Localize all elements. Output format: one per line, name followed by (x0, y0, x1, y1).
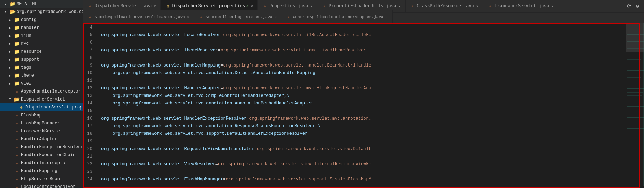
sidebar-item-support[interactable]: 📁 support (0, 56, 83, 64)
sidebar-item-FlashMapManager[interactable]: ☕ FlashMapManager (0, 119, 83, 127)
folder-icon: 📁 (10, 1, 16, 7)
tab-close-icon[interactable]: ✕ (551, 4, 553, 8)
sidebar-item-DispatcherServlet-properties[interactable]: ⚙ DispatcherServlet.properties (0, 103, 83, 111)
line-num-22: 22 (83, 161, 95, 168)
prop-continuation: org.springframework.web.servlet.mvc.anno… (101, 100, 313, 107)
saved-checkmark-icon: ✓ (246, 4, 249, 8)
code-line-9: org.springframework.web.servlet.HandlerM… (101, 62, 626, 69)
sidebar-item-LocaleContextResolver[interactable]: ☕ LocaleContextResolver (0, 183, 83, 188)
expand-icon (3, 9, 9, 15)
sidebar-item-HttpServletBean[interactable]: ☕ HttpServletBean (0, 175, 83, 183)
minimap-slider[interactable] (626, 24, 644, 52)
folder-icon: 📁 (14, 65, 20, 70)
sidebar-item-FrameworkServlet[interactable]: ☕ FrameworkServlet (0, 127, 83, 135)
sidebar-item-config[interactable]: 📁 config (0, 16, 83, 24)
prop-value: org.springframework.web.servlet.view.Def… (257, 145, 371, 153)
sidebar-item-mvc[interactable]: 📁 mvc (0, 40, 83, 48)
props-file-icon: ⚙ (165, 3, 171, 9)
java-file-icon: ☕ (87, 3, 93, 9)
tab-FrameworkServlet-java[interactable]: ☕ FrameworkServlet.java ✕ (483, 0, 558, 12)
prop-equals: = (220, 31, 223, 39)
sidebar-item-i18n[interactable]: 📁 i18n (0, 32, 83, 40)
tab-close-icon[interactable]: ✕ (310, 4, 312, 8)
expand-icon (7, 57, 13, 63)
sidebar-item-FlashMap[interactable]: ☕ FlashMap (0, 111, 83, 119)
code-editor[interactable]: 4 5 6 7 8 9 10 11 12 13 14 15 16 17 18 1… (83, 24, 644, 188)
code-line-12: org.springframework.web.servlet.HandlerA… (101, 85, 626, 92)
sidebar-item-HandlerAdapter[interactable]: ☕ HandlerAdapter (0, 135, 83, 143)
code-line-19 (101, 138, 626, 145)
code-line-15 (101, 107, 626, 115)
sidebar-item-label: FrameworkServlet (21, 129, 62, 134)
line-numbers-gutter: 4 5 6 7 8 9 10 11 12 13 14 15 16 17 18 1… (83, 24, 98, 188)
code-line-11 (101, 77, 626, 85)
expand-icon (7, 97, 13, 102)
settings-icon[interactable]: ⚙ (634, 3, 641, 10)
sidebar-item-HandlerExecutionChain[interactable]: ☕ HandlerExecutionChain (0, 151, 83, 159)
code-line-21 (101, 153, 626, 161)
sidebar-item-tags[interactable]: 📁 tags (0, 64, 83, 72)
line-num-4: 4 (83, 24, 95, 31)
sidebar-item-theme[interactable]: 📁 theme (0, 72, 83, 80)
sidebar-item-DispatcherServlet-folder[interactable]: 📂 DispatcherServlet (0, 95, 83, 103)
expand-icon (7, 49, 13, 55)
prop-value: org.springframework.web.servlet.support.… (226, 176, 371, 183)
tab-SourceFilteringListener[interactable]: ☕ SourceFilteringListener.java ✕ (194, 10, 281, 23)
line-num-19: 19 (83, 138, 95, 145)
prop-value: org.springframework.web.servlet.mvc.Http… (223, 85, 371, 92)
sidebar-item-org-springframework[interactable]: 📂 org.springframework.web.servlet (0, 8, 83, 16)
tab-ClassPathResource[interactable]: ☕ ClassPathResource.java ✕ (406, 0, 483, 12)
java-file-icon: ☕ (14, 184, 20, 188)
tab-label: Properties.java (269, 4, 308, 9)
tab-close-icon[interactable]: ✕ (275, 15, 277, 19)
line-num-6: 6 (83, 39, 95, 47)
line-num-10: 10 (83, 69, 95, 77)
folder-icon: 📁 (14, 17, 20, 23)
sidebar-item-label: mvc (21, 41, 29, 46)
tab-close-icon[interactable]: ✕ (187, 15, 189, 19)
code-line-6 (101, 39, 626, 47)
tab-label: FrameworkServlet.java (495, 4, 549, 9)
tab-label: GenericApplicationListenerAdapter.java (293, 15, 384, 19)
prop-continuation: org.springframework.web.servlet.mvc.anno… (101, 69, 315, 77)
tab-label: DispatcherServlet.java (95, 4, 152, 9)
java-file-icon: ☕ (487, 3, 493, 9)
line-num-5: 5 (83, 31, 95, 39)
sidebar-item-META-INF[interactable]: 📁 META-INF (0, 0, 83, 8)
spacer-icon (7, 176, 13, 182)
sidebar-item-label: config (21, 17, 36, 22)
tab-close-icon[interactable]: ✕ (398, 4, 400, 8)
sync-icon[interactable]: ⟳ (625, 3, 632, 10)
sidebar-item-label: view (21, 81, 31, 86)
prop-key: org.springframework.web.servlet.ViewReso… (101, 161, 215, 168)
folder-open-icon: 📂 (14, 97, 20, 102)
tab-close-icon[interactable]: ✕ (476, 4, 478, 8)
line-num-9: 9 (83, 62, 95, 69)
sidebar-item-view[interactable]: 📁 view (0, 80, 83, 87)
sidebar-item-label: theme (21, 73, 34, 78)
sidebar-item-HandlerInterceptor[interactable]: ☕ HandlerInterceptor (0, 159, 83, 167)
spacer-icon (7, 128, 13, 134)
sidebar-item-label: tags (21, 65, 31, 70)
sidebar-item-handler[interactable]: 📁 handler (0, 24, 83, 32)
prop-equals: = (223, 176, 225, 183)
tab-SimpleApplicationEventMulticaster[interactable]: ☕ SimpleApplicationEventMulticaster.java… (83, 10, 194, 23)
prop-value: org.springframework.web.servlet.mvc.anno… (249, 115, 371, 123)
sidebar-item-resource[interactable]: 📁 resource (0, 48, 83, 56)
props-file-icon: ⚙ (18, 104, 24, 110)
tab-label: SourceFilteringListener.java (206, 15, 272, 19)
tab-close-icon[interactable]: ✕ (154, 4, 156, 8)
code-line-5: org.springframework.web.servlet.LocaleRe… (101, 31, 626, 39)
tab-GenericApplicationListenerAdapter[interactable]: ☕ GenericApplicationListenerAdapter.java… (281, 10, 393, 23)
tab-close-icon[interactable]: ✕ (251, 4, 253, 8)
spacer-icon (12, 104, 17, 110)
sidebar-item-label: support (21, 57, 39, 62)
prop-key: org.springframework.web.servlet.ThemeRes… (101, 47, 218, 54)
sidebar-item-AsyncHandlerInterceptor[interactable]: ☕ AsyncHandlerInterceptor (0, 87, 83, 95)
tab-close-icon[interactable]: ✕ (386, 15, 388, 19)
code-text-area[interactable]: org.springframework.web.servlet.LocaleRe… (98, 24, 626, 188)
sidebar-item-HandlerExceptionResolver[interactable]: ☕ HandlerExceptionResolver (0, 143, 83, 151)
expand-icon (7, 33, 13, 39)
code-line-22: org.springframework.web.servlet.ViewReso… (101, 161, 626, 168)
sidebar-item-HandlerMapping[interactable]: ☕ HandlerMapping (0, 167, 83, 175)
